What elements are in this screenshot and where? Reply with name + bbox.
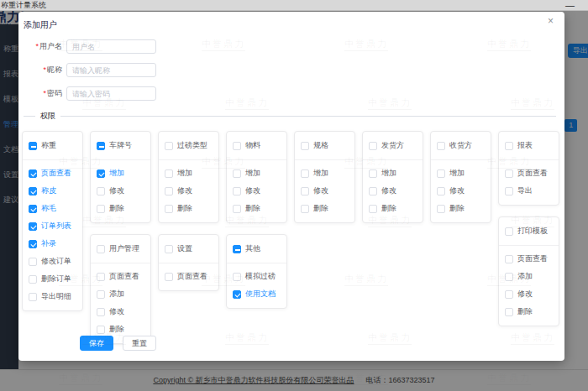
- perm-item: 删除: [301, 203, 349, 214]
- perm-card-title: 设置: [177, 243, 192, 254]
- checkbox-增加[interactable]: [165, 169, 173, 178]
- checkbox-删除[interactable]: [301, 205, 309, 213]
- checkbox-删除[interactable]: [165, 205, 173, 213]
- checkbox-称皮[interactable]: [29, 187, 37, 196]
- perm-card-设置: 设置页面查看: [158, 234, 219, 291]
- checkbox-增加[interactable]: [437, 169, 445, 178]
- perm-column-6: 收货方增加修改删除: [430, 131, 491, 223]
- form-row-2: *密码: [18, 86, 564, 101]
- divider-line-left: [24, 116, 35, 117]
- checkbox-设置[interactable]: [165, 245, 173, 253]
- checkbox-导出明细[interactable]: [29, 293, 37, 301]
- perm-item: 增加: [233, 168, 281, 179]
- checkbox-使用文档[interactable]: [233, 290, 241, 299]
- perm-item: 修改: [233, 185, 281, 196]
- checkbox-修改订单[interactable]: [29, 258, 37, 266]
- divider-line-right: [60, 116, 556, 117]
- checkbox-删除[interactable]: [97, 326, 105, 334]
- perm-item: 增加: [97, 168, 144, 179]
- checkbox-发货方[interactable]: [369, 142, 377, 150]
- field-input-0[interactable]: [66, 39, 156, 54]
- perm-item: 导出: [505, 185, 553, 196]
- checkbox-收货方[interactable]: [437, 142, 445, 150]
- divider-label: 权限: [40, 111, 55, 122]
- checkbox-模拟过磅[interactable]: [233, 273, 241, 281]
- checkbox-物料[interactable]: [233, 142, 241, 150]
- perm-item: 增加: [301, 168, 349, 179]
- checkbox-称重[interactable]: [29, 142, 37, 150]
- checkbox-删除[interactable]: [97, 205, 105, 213]
- checkbox-删除[interactable]: [505, 308, 513, 316]
- perm-item: 删除: [97, 324, 144, 335]
- perm-item-label: 页面查看: [41, 168, 71, 179]
- checkbox-增加[interactable]: [369, 169, 377, 178]
- checkbox-修改[interactable]: [301, 187, 309, 196]
- perm-item: 删除: [97, 203, 144, 214]
- checkbox-添加[interactable]: [97, 290, 105, 299]
- field-input-1[interactable]: [66, 63, 156, 77]
- perm-item-label: 页面查看: [517, 253, 548, 264]
- perm-card-title: 物料: [245, 140, 260, 151]
- perm-item-label: 修改: [109, 306, 124, 317]
- checkbox-增加[interactable]: [301, 169, 309, 178]
- perm-card-header: 其他: [227, 235, 286, 263]
- checkbox-修改[interactable]: [505, 290, 513, 299]
- checkbox-订单列表[interactable]: [29, 222, 37, 231]
- checkbox-修改[interactable]: [97, 187, 105, 196]
- app-window: 称重计量系统 — 鼎力® YUDL 称重报表模板管理文档设置建议 导出 ‹ 1 …: [0, 0, 588, 391]
- checkbox-删除[interactable]: [437, 205, 445, 213]
- perm-item-label: 增加: [313, 168, 328, 179]
- checkbox-删除[interactable]: [233, 205, 241, 213]
- checkbox-页面查看[interactable]: [165, 273, 173, 281]
- perm-column-5: 发货方增加修改删除: [362, 131, 423, 223]
- perm-card-items: 页面查看: [159, 263, 218, 290]
- checkbox-车牌号[interactable]: [97, 142, 105, 150]
- perm-item-label: 删除: [109, 324, 124, 335]
- checkbox-删除[interactable]: [369, 205, 377, 213]
- checkbox-页面查看[interactable]: [29, 169, 37, 178]
- perm-card-items: 增加修改删除: [431, 160, 491, 222]
- checkbox-页面查看[interactable]: [505, 255, 513, 263]
- checkbox-修改[interactable]: [97, 308, 105, 316]
- checkbox-报表[interactable]: [505, 142, 513, 150]
- perm-card-用户管理: 用户管理页面查看添加修改删除: [90, 234, 151, 344]
- required-star: *: [43, 89, 46, 97]
- perm-item-label: 页面查看: [109, 271, 139, 282]
- checkbox-其他[interactable]: [233, 245, 241, 253]
- checkbox-称毛[interactable]: [29, 205, 37, 213]
- perm-item-label: 修改: [517, 289, 533, 300]
- checkbox-修改[interactable]: [165, 187, 173, 196]
- checkbox-修改[interactable]: [369, 187, 377, 196]
- perm-column-1: 车牌号增加修改删除用户管理页面查看添加修改删除: [90, 131, 151, 344]
- checkbox-打印模板[interactable]: [505, 227, 513, 236]
- perm-item-label: 页面查看: [177, 271, 207, 282]
- checkbox-补录[interactable]: [29, 240, 37, 248]
- modal-actions: 保存 重置: [80, 336, 156, 351]
- perm-item-label: 修改: [313, 185, 328, 196]
- required-star: *: [35, 42, 39, 50]
- checkbox-增加[interactable]: [97, 169, 105, 178]
- checkbox-增加[interactable]: [233, 169, 241, 178]
- minimize-button[interactable]: —: [565, 2, 575, 9]
- checkbox-页面查看[interactable]: [97, 273, 105, 281]
- perm-card-title: 收货方: [449, 140, 472, 151]
- checkbox-修改[interactable]: [233, 187, 241, 196]
- checkbox-导出[interactable]: [505, 187, 513, 196]
- perm-item: 补录: [29, 238, 76, 249]
- checkbox-过磅类型[interactable]: [165, 142, 173, 150]
- checkbox-删除订单[interactable]: [29, 275, 37, 284]
- perm-item: 页面查看: [97, 271, 144, 282]
- perm-card-车牌号: 车牌号增加修改删除: [90, 131, 151, 223]
- checkbox-修改[interactable]: [437, 187, 445, 196]
- checkbox-规格[interactable]: [301, 142, 309, 150]
- checkbox-添加[interactable]: [505, 273, 513, 281]
- perm-card-发货方: 发货方增加修改删除: [362, 131, 423, 223]
- checkbox-页面查看[interactable]: [505, 169, 513, 178]
- reset-button[interactable]: 重置: [123, 336, 156, 351]
- save-button[interactable]: 保存: [80, 336, 113, 351]
- perm-card-打印模板: 打印模板页面查看添加修改删除: [498, 216, 559, 326]
- perm-item: 页面查看: [29, 168, 76, 179]
- close-icon[interactable]: ×: [548, 16, 554, 26]
- checkbox-用户管理[interactable]: [97, 245, 105, 253]
- field-input-2[interactable]: [66, 86, 156, 101]
